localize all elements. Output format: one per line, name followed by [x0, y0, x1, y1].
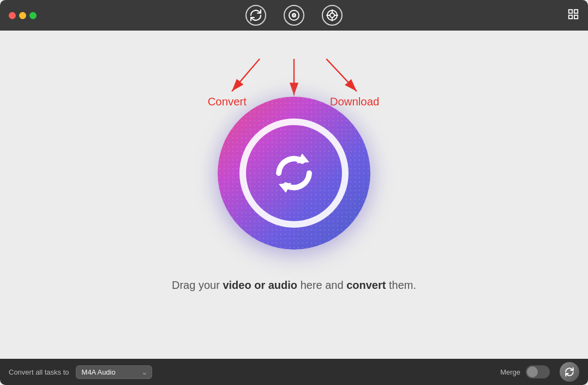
format-select[interactable]: M4A Audio MP3 AAC FLAC WAV OGG [76, 365, 152, 379]
app-logo [218, 97, 370, 250]
toggle-knob [527, 366, 538, 377]
logo-circle [218, 97, 370, 250]
svg-point-2 [294, 15, 295, 16]
convert-tool-button[interactable] [245, 5, 266, 26]
drag-text-bold2: convert [346, 279, 386, 291]
merge-section: Merge [500, 362, 579, 382]
grid-view-button[interactable] [567, 8, 579, 23]
svg-rect-10 [574, 9, 578, 13]
svg-rect-11 [569, 15, 572, 18]
drag-text-bold1: video or audio [223, 279, 297, 291]
drag-text-mid: here and [297, 279, 346, 291]
svg-point-4 [330, 13, 334, 17]
close-button[interactable] [9, 12, 16, 19]
title-bar [0, 0, 588, 31]
logo-arrows-svg [267, 146, 321, 200]
traffic-lights [9, 12, 37, 19]
minimize-button[interactable] [19, 12, 26, 19]
rip-tool-button[interactable] [284, 5, 304, 26]
drag-text-prefix: Drag your [172, 279, 223, 291]
download-tool-button[interactable] [322, 5, 343, 26]
merge-label: Merge [500, 368, 520, 376]
svg-rect-12 [574, 15, 578, 18]
convert-all-label: Convert all tasks to [9, 368, 69, 376]
svg-rect-9 [569, 9, 572, 13]
app-window: Convert Rip Download [0, 0, 588, 385]
drag-instruction: Drag your video or audio here and conver… [172, 277, 416, 293]
refresh-button[interactable] [560, 362, 579, 382]
svg-line-15 [326, 59, 357, 91]
format-select-wrapper: M4A Audio MP3 AAC FLAC WAV OGG [76, 365, 152, 379]
main-content: Convert Rip Download [0, 31, 588, 359]
drag-text-end: them. [386, 279, 416, 291]
merge-toggle[interactable] [526, 365, 550, 378]
maximize-button[interactable] [29, 12, 37, 19]
logo-inner-ring [239, 119, 349, 228]
svg-line-13 [232, 59, 260, 91]
bottom-bar: Convert all tasks to M4A Audio MP3 AAC F… [0, 359, 588, 385]
toolbar-center [245, 5, 343, 26]
